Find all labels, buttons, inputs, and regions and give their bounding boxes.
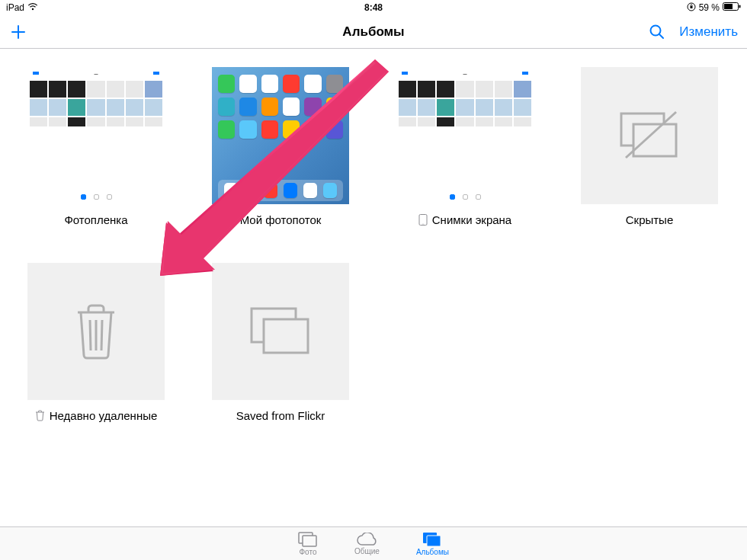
album-saved-flickr[interactable]: Saved from Flickr [212, 263, 349, 422]
battery-text: 59 % [699, 2, 720, 13]
album-thumbnail [212, 263, 349, 400]
ipad-icon [418, 214, 428, 226]
wifi-icon [27, 2, 38, 13]
album-camera-roll[interactable]: — Фотопленка [27, 67, 165, 226]
album-thumbnail: — [27, 67, 165, 204]
nav-bar: Альбомы Изменить [0, 15, 747, 49]
album-label: Недавно удаленные [50, 409, 158, 422]
search-button[interactable] [649, 24, 665, 40]
svg-rect-1 [690, 6, 692, 8]
add-button[interactable] [9, 23, 27, 41]
svg-rect-9 [633, 124, 676, 156]
photos-icon [298, 532, 318, 547]
hidden-icon [615, 109, 684, 162]
tab-bar: Фото Общие Альбомы [0, 526, 747, 560]
album-thumbnail: — [396, 67, 534, 204]
album-hidden[interactable]: Скрытые [581, 67, 718, 226]
svg-rect-15 [264, 319, 308, 353]
album-screenshots[interactable]: — Снимки экрана [396, 67, 534, 226]
tab-shared[interactable]: Общие [354, 533, 380, 555]
album-photo-stream[interactable]: Мой фотопоток [212, 67, 349, 226]
page-title: Альбомы [0, 24, 747, 40]
stack-icon [247, 306, 314, 357]
svg-rect-17 [303, 536, 316, 546]
album-label: Saved from Flickr [236, 409, 325, 422]
svg-rect-4 [739, 5, 741, 8]
orientation-lock-icon [687, 2, 696, 14]
status-bar: iPad 8:48 59 % [0, 0, 747, 15]
trash-small-icon [35, 410, 45, 421]
device-label: iPad [6, 2, 24, 13]
tab-photos[interactable]: Фото [298, 532, 318, 556]
clock: 8:48 [0, 2, 747, 13]
svg-rect-3 [724, 4, 733, 9]
album-label: Мой фотопоток [240, 213, 322, 226]
svg-rect-6 [419, 215, 427, 226]
svg-rect-19 [427, 536, 441, 546]
album-recently-deleted[interactable]: Недавно удаленные [27, 263, 165, 422]
svg-line-13 [101, 320, 102, 350]
album-label: Фотопленка [64, 213, 127, 226]
tab-label: Общие [354, 547, 380, 555]
tab-albums[interactable]: Альбомы [416, 532, 449, 556]
edit-button[interactable]: Изменить [679, 24, 738, 40]
svg-point-7 [422, 223, 423, 224]
album-label: Скрытые [626, 213, 674, 226]
albums-grid: — Фотопленка [27, 67, 720, 422]
album-thumbnail [581, 67, 718, 204]
trash-icon [72, 302, 120, 361]
albums-content: — Фотопленка [0, 49, 747, 526]
tab-label: Альбомы [416, 548, 449, 556]
svg-line-11 [90, 320, 91, 350]
album-thumbnail [27, 263, 165, 400]
battery-icon [723, 2, 741, 13]
album-label: Снимки экрана [432, 213, 511, 226]
cloud-icon [356, 533, 377, 546]
tab-label: Фото [300, 548, 317, 556]
albums-icon [422, 532, 442, 547]
album-thumbnail [212, 67, 349, 204]
